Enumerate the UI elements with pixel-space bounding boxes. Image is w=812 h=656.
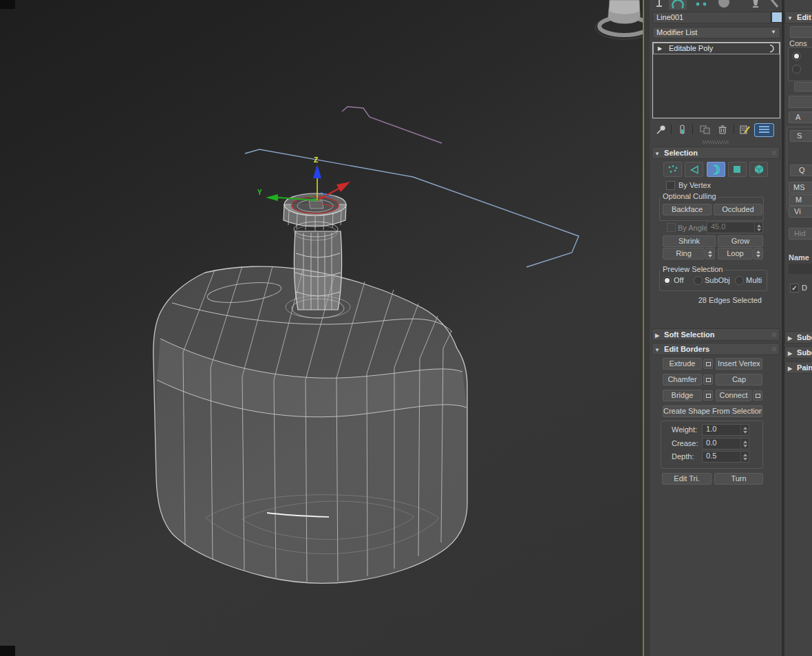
slice-plane-button[interactable]: S: [790, 130, 812, 142]
by-angle-checkbox[interactable]: [667, 223, 676, 232]
constraint-radio-1[interactable]: [792, 52, 801, 61]
make-planar-button[interactable]: M: [789, 194, 812, 206]
vertex-subobject-button[interactable]: [663, 162, 682, 177]
rollout-edit-borders-header[interactable]: ▼ Edit Borders: [652, 343, 780, 355]
ring-button[interactable]: Ring: [663, 248, 705, 260]
border-subobject-button[interactable]: [707, 162, 725, 177]
pin-stack-icon[interactable]: [655, 124, 667, 136]
connect-button[interactable]: Connect: [716, 390, 751, 401]
rollout-closed-icon: ▶: [652, 330, 662, 341]
configure-modifier-sets-icon[interactable]: [739, 124, 751, 136]
display-tab-icon[interactable]: [753, 0, 758, 7]
object-color-swatch[interactable]: [771, 12, 782, 23]
bottle-mesh[interactable]: [153, 266, 467, 583]
panel-layout-button[interactable]: [754, 123, 774, 137]
modifier-stack[interactable]: ▶ Editable Poly: [652, 42, 780, 118]
viewport-panel-divider: [644, 0, 650, 656]
rollout-selection-header[interactable]: ▼ Selection: [652, 147, 780, 159]
preview-subobj-radio[interactable]: [694, 276, 703, 285]
preview-off-radio[interactable]: [663, 276, 672, 285]
gizmo-x-arrowhead[interactable]: [336, 182, 350, 192]
spline-purple[interactable]: [342, 107, 442, 143]
weight-spinner[interactable]: 1.0: [702, 424, 749, 436]
delete-isolated-label: D: [802, 284, 807, 292]
create-shape-button[interactable]: Create Shape From Selection: [663, 405, 762, 417]
loop-button[interactable]: Loop: [718, 248, 753, 260]
rollout-soft-selection-header[interactable]: ▶ Soft Selection: [652, 328, 780, 341]
constraints-group: [788, 47, 812, 81]
preview-multi-radio[interactable]: [735, 276, 744, 285]
spinner-arrows-icon[interactable]: [754, 222, 762, 233]
gizmo-z-arrowhead[interactable]: [313, 165, 321, 178]
depth-spinner[interactable]: 0.5: [702, 451, 749, 463]
rollout-paint-deformation-header[interactable]: ▶ Paint: [784, 361, 812, 374]
backface-button[interactable]: Backface: [663, 204, 712, 215]
cap-object[interactable]: [595, 0, 643, 39]
modifier-list-dropdown[interactable]: Modifier List ▼: [652, 27, 780, 39]
attach-button[interactable]: A: [789, 112, 812, 123]
delete-isolated-checkbox[interactable]: ✓: [790, 284, 799, 293]
ring-spinner[interactable]: [705, 248, 715, 260]
rollout-closed-icon: ▶: [785, 333, 795, 344]
expand-arrow-icon[interactable]: ▶: [658, 45, 662, 52]
msmooth-button[interactable]: MS: [789, 182, 812, 193]
motion-tab-icon[interactable]: [718, 0, 729, 8]
loop-spinner[interactable]: [754, 248, 763, 260]
bridge-button[interactable]: Bridge: [663, 390, 702, 401]
polygon-subobject-button[interactable]: [728, 162, 747, 177]
edit-tri-button[interactable]: Edit Tri.: [662, 473, 712, 485]
rollout-subdivision-displacement-header[interactable]: ▶ Subdi: [784, 346, 812, 359]
named-selection-field[interactable]: [789, 264, 812, 274]
element-subobject-button[interactable]: [749, 162, 768, 177]
spinner-arrows-icon[interactable]: [740, 438, 749, 449]
occluded-button[interactable]: Occluded: [714, 204, 762, 215]
panel-resize-grip[interactable]: [702, 140, 729, 144]
chamfer-settings-button[interactable]: [703, 374, 713, 385]
rollout-selection-title: Selection: [664, 149, 698, 157]
spinner-arrows-icon[interactable]: [740, 425, 749, 435]
stack-item-editable-poly[interactable]: ▶ Editable Poly: [654, 43, 779, 54]
extrude-settings-button[interactable]: [703, 359, 713, 369]
turn-button[interactable]: Turn: [714, 473, 763, 485]
quickslice-button[interactable]: Q: [790, 165, 812, 176]
constraint-radio-2[interactable]: [792, 65, 801, 74]
grow-button[interactable]: Grow: [718, 235, 763, 247]
lightbulb-icon[interactable]: [767, 44, 776, 53]
rollout-closed-icon: ▶: [785, 363, 795, 374]
repeat-last-button[interactable]: [790, 26, 812, 38]
cap-button[interactable]: Cap: [716, 374, 762, 385]
view-align-button[interactable]: Vi: [789, 206, 812, 218]
crease-spinner[interactable]: 0.0: [702, 438, 749, 449]
hide-selected-button[interactable]: Hid: [789, 228, 812, 240]
connect-settings-button[interactable]: [753, 390, 762, 401]
partial-button-1[interactable]: [789, 96, 812, 108]
modifier-list-label: Modifier List: [656, 28, 697, 36]
create-tab-icon[interactable]: [656, 0, 662, 7]
rollout-paint-deformation-title: Paint: [797, 363, 812, 372]
preserve-uvs-settings-button[interactable]: [794, 82, 812, 92]
edge-icon: [689, 165, 700, 174]
edge-subobject-button[interactable]: [685, 162, 703, 177]
rollout-open-icon: ▼: [652, 149, 662, 160]
border-icon: [710, 165, 721, 175]
rollout-edit-geometry-header[interactable]: ▼ Edit G: [784, 11, 812, 23]
insert-vertex-button[interactable]: Insert Vertex: [716, 358, 762, 370]
shrink-button[interactable]: Shrink: [663, 235, 716, 247]
gizmo-y-arrowhead[interactable]: [266, 194, 278, 201]
show-end-result-icon[interactable]: [677, 124, 688, 136]
remove-modifier-icon[interactable]: [717, 124, 728, 136]
chamfer-button[interactable]: Chamfer: [663, 374, 702, 385]
object-name-field[interactable]: Line001: [652, 12, 771, 23]
by-vertex-checkbox[interactable]: [666, 181, 675, 190]
make-unique-icon[interactable]: [699, 124, 712, 136]
spinner-arrows-icon[interactable]: [740, 452, 749, 462]
perspective-viewport[interactable]: Y Z: [0, 0, 644, 656]
preview-subobj-label: SubObj: [705, 276, 730, 284]
hierarchy-tab-icon[interactable]: [696, 3, 707, 6]
rollout-subdivision-surface-header[interactable]: ▶ Subdi: [784, 331, 812, 343]
utilities-tab-icon[interactable]: [771, 0, 778, 7]
bridge-settings-button[interactable]: [703, 390, 713, 401]
extrude-button[interactable]: Extrude: [663, 358, 702, 370]
rollout-edit-borders-title: Edit Borders: [664, 345, 709, 353]
by-angle-spinner[interactable]: 45.0: [707, 222, 763, 233]
